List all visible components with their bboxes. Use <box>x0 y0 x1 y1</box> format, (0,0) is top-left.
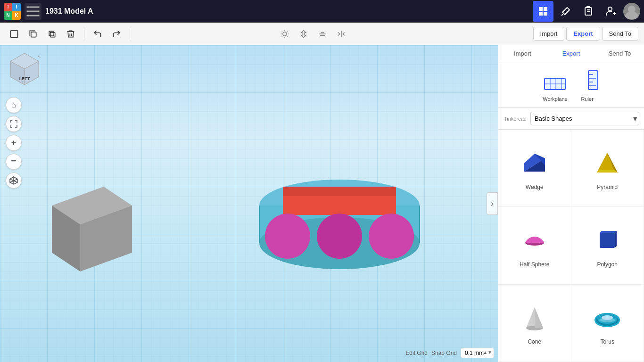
svg-marker-34 <box>52 187 132 224</box>
undo-button[interactable] <box>89 25 106 42</box>
tinkercad-logo[interactable]: T I N K <box>4 3 21 20</box>
shape-item-wedge[interactable]: Wedge <box>498 130 571 207</box>
shape-item-pyramid[interactable]: Pyramid <box>571 130 644 207</box>
svg-line-26 <box>282 36 282 37</box>
svg-rect-62 <box>588 71 598 90</box>
svg-line-27 <box>287 31 288 31</box>
main-area: LEFT ↖ ⌂ + − › <box>0 45 644 362</box>
fit-view-button[interactable] <box>6 116 22 132</box>
svg-rect-75 <box>600 233 615 248</box>
complex-object[interactable] <box>245 158 434 272</box>
logo-n: N <box>4 11 12 20</box>
torus-label: Torus <box>601 338 614 345</box>
svg-marker-35 <box>52 206 80 272</box>
duplicate-button[interactable] <box>43 25 60 42</box>
ruler-label: Ruler <box>581 96 594 102</box>
torus-shape-icon <box>590 301 624 335</box>
workplane-tool[interactable]: Workplane <box>543 69 567 102</box>
svg-rect-5 <box>539 12 543 16</box>
gray-box-object[interactable] <box>38 177 146 286</box>
nav-right-icons <box>533 1 640 22</box>
list-icon-button[interactable] <box>25 3 41 20</box>
top-navigation: T I N K 1931 Model A <box>0 0 644 23</box>
sidebar-import-button[interactable]: Import <box>498 45 547 63</box>
view-cube[interactable]: LEFT ↖ <box>6 51 43 89</box>
polygon-label: Polygon <box>597 261 618 268</box>
toolbar-separator-1 <box>84 27 84 41</box>
polygon-shape-icon <box>590 223 624 257</box>
grid-view-button[interactable] <box>533 1 553 22</box>
sidebar-sendto-button[interactable]: Send To <box>595 45 644 63</box>
pyramid-label: Pyramid <box>597 184 618 190</box>
home-button[interactable]: ⌂ <box>6 97 22 113</box>
shape-item-half-sphere[interactable]: Half Sphere <box>498 207 571 284</box>
svg-text:LEFT: LEFT <box>19 76 30 81</box>
3d-viewport[interactable]: LEFT ↖ ⌂ + − › <box>0 45 498 362</box>
svg-point-11 <box>608 7 612 11</box>
ruler-icon <box>575 69 600 93</box>
svg-rect-3 <box>539 7 543 11</box>
svg-point-39 <box>259 217 420 269</box>
user-avatar[interactable] <box>623 3 640 20</box>
sidebar-tools: Workplane Ruler <box>498 63 644 108</box>
light-button[interactable] <box>276 25 293 42</box>
panel-collapse-button[interactable]: › <box>487 192 498 215</box>
objects-layer <box>0 45 498 362</box>
snap-grid-label: Snap Grid <box>431 350 457 356</box>
mirror-button[interactable] <box>295 25 312 42</box>
add-person-button[interactable] <box>601 1 621 22</box>
shape-item-cone[interactable]: Cone <box>498 285 571 362</box>
export-button[interactable]: Export <box>566 27 600 41</box>
shape-category-selector: Tinkercad Basic Shapes ▼ <box>498 108 644 130</box>
flip-button[interactable] <box>333 25 350 42</box>
sidebar-export-button[interactable]: Export <box>547 45 595 63</box>
workplane-label: Workplane <box>543 96 567 102</box>
ruler-tool[interactable]: Ruler <box>575 69 600 102</box>
svg-rect-16 <box>31 32 36 37</box>
hammer-button[interactable] <box>555 1 576 22</box>
zoom-out-button[interactable]: − <box>6 154 22 170</box>
snap-dropdown-arrow: ▲▼ <box>483 350 492 355</box>
import-button[interactable]: Import <box>533 27 565 41</box>
logo-k: K <box>12 11 21 20</box>
svg-point-84 <box>602 315 613 320</box>
wedge-shape-icon <box>518 146 552 180</box>
3d-view-button[interactable] <box>6 173 22 189</box>
align-button[interactable] <box>314 25 331 42</box>
svg-line-22 <box>282 31 282 31</box>
cone-label: Cone <box>528 338 541 345</box>
svg-rect-6 <box>544 12 547 16</box>
zoom-in-button[interactable]: + <box>6 135 22 151</box>
copy-button[interactable] <box>25 25 41 42</box>
clipboard-button[interactable] <box>578 1 599 22</box>
new-button[interactable] <box>6 25 23 42</box>
toolbar-separator-2 <box>130 27 130 41</box>
svg-marker-76 <box>600 231 617 233</box>
svg-rect-17 <box>49 31 54 36</box>
category-dropdown[interactable]: Basic Shapes <box>530 112 639 125</box>
shape-item-torus[interactable]: Torus <box>571 285 644 362</box>
logo-i: I <box>12 3 21 11</box>
svg-rect-33 <box>0 45 498 362</box>
shapes-grid: Wedge Pyramid <box>498 130 644 362</box>
wedge-label: Wedge <box>526 184 544 190</box>
sendto-button[interactable]: Send To <box>602 27 638 41</box>
svg-point-19 <box>283 32 287 35</box>
svg-rect-40 <box>283 187 396 215</box>
svg-point-37 <box>259 180 420 231</box>
svg-rect-41 <box>283 187 396 196</box>
bottom-status-bar: Edit Grid Snap Grid 0.1 mm 0.5 mm 1 mm ▲… <box>405 348 494 358</box>
logo-t: T <box>4 3 12 11</box>
delete-button[interactable] <box>62 25 79 42</box>
edit-grid-label: Edit Grid <box>405 350 428 356</box>
half-sphere-label: Half Sphere <box>520 261 549 268</box>
main-toolbar: Import Export Send To <box>0 23 644 45</box>
svg-rect-38 <box>259 206 420 243</box>
svg-marker-77 <box>615 231 617 248</box>
pyramid-shape-icon <box>590 146 624 180</box>
svg-line-23 <box>287 36 288 37</box>
svg-point-42 <box>265 214 310 259</box>
redo-button[interactable] <box>108 25 125 42</box>
svg-line-7 <box>561 14 563 16</box>
shape-item-polygon[interactable]: Polygon <box>571 207 644 284</box>
